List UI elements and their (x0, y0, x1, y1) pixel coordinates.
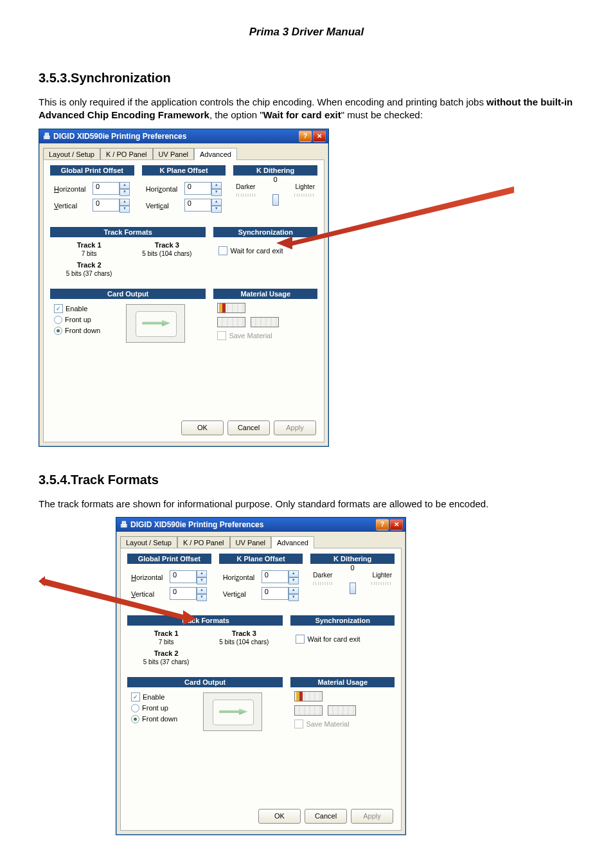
save-material-checkbox[interactable] (217, 331, 226, 340)
global-print-offset-group: Global Print Offset Horizontal 0▲▼ Verti… (127, 554, 211, 609)
front-down-radio[interactable] (54, 327, 62, 335)
track-formats-paragraph: The track formats are shown for informat… (39, 498, 574, 511)
front-up-radio[interactable] (54, 316, 62, 324)
synchronization-title: Synchronization (213, 227, 317, 237)
synchronization-title: Synchronization (290, 615, 395, 626)
ok-button[interactable]: OK (258, 809, 301, 824)
k-plane-offset-group: K Plane Offset Horizontal 0 ▲▼ Vertical (142, 165, 226, 221)
spin-up[interactable]: ▲ (211, 199, 222, 206)
darker-label: Darker (236, 183, 255, 190)
window-title: DIGID XID590ie Printing Preferences (53, 132, 186, 141)
material-usage-title: Material Usage (290, 677, 395, 687)
k-dithering-group: K Dithering 0 Darker Lighter |||||||||||… (310, 554, 395, 609)
save-material-label: Save Material (306, 720, 349, 728)
apply-button[interactable]: Apply (274, 420, 316, 435)
spin-down[interactable]: ▼ (120, 189, 130, 196)
track2-title: Track 2 (57, 261, 121, 269)
document-header: Prima 3 Driver Manual (39, 26, 574, 39)
front-up-radio[interactable] (131, 704, 139, 712)
spin-down[interactable]: ▼ (211, 189, 222, 196)
lighter-label: Lighter (295, 183, 315, 190)
spin-down[interactable]: ▼ (289, 577, 299, 584)
tab-k-po-panel[interactable]: K / PO Panel (177, 536, 230, 548)
kpo-horizontal-label: Horizontal (223, 574, 259, 581)
wait-for-card-exit-checkbox[interactable] (218, 246, 227, 255)
tab-k-po-panel[interactable]: K / PO Panel (100, 148, 153, 160)
card-output-title: Card Output (50, 289, 206, 299)
spin-up[interactable]: ▲ (289, 570, 299, 577)
spin-down[interactable]: ▼ (120, 206, 130, 213)
gpo-vertical-input[interactable]: 0 (170, 587, 197, 600)
k-dithering-title: K Dithering (310, 554, 395, 564)
spin-up[interactable]: ▲ (289, 587, 299, 594)
k-dithering-title: K Dithering (233, 165, 317, 176)
front-down-radio[interactable] (131, 715, 139, 723)
section-title: Synchronization (71, 71, 171, 85)
gpo-vertical-input[interactable]: 0 (93, 199, 120, 212)
save-material-checkbox[interactable] (294, 719, 303, 728)
section-num: 3.5.3. (39, 71, 71, 85)
kpo-horizontal-input[interactable]: 0 (184, 182, 211, 195)
section-num: 3.5.4. (39, 473, 71, 487)
spin-up[interactable]: ▲ (197, 570, 207, 577)
cancel-button[interactable]: Cancel (305, 809, 347, 824)
k-plane-offset-group: K Plane Offset Horizontal 0▲▼ Vertical 0… (219, 554, 303, 609)
cancel-button[interactable]: Cancel (227, 420, 270, 435)
global-print-offset-title: Global Print Offset (127, 554, 211, 564)
enable-checkbox[interactable] (54, 304, 63, 313)
kpo-horizontal-label: Horizontal (146, 185, 182, 193)
card-output-preview (203, 692, 262, 731)
kpo-vertical-input[interactable]: 0 (184, 199, 211, 212)
track2-title: Track 2 (134, 649, 199, 657)
gpo-vertical-label: Vertical (54, 202, 90, 210)
spin-down[interactable]: ▼ (197, 577, 207, 584)
wait-for-card-exit-label: Wait for card exit (230, 247, 283, 255)
k-dithering-group: K Dithering 0 Darker Lighter |||||||||||… (233, 165, 317, 221)
ok-button[interactable]: OK (181, 420, 224, 435)
help-button[interactable]: ? (376, 519, 389, 530)
spin-down[interactable]: ▼ (211, 206, 222, 213)
track-formats-group: Track Formats Track 1 7 bits Track 2 5 b… (50, 227, 206, 282)
track-formats-group: Track Formats Track 1 7 bits Track 2 5 b… (127, 615, 283, 671)
front-down-label: Front down (142, 715, 177, 723)
spin-down[interactable]: ▼ (197, 594, 207, 601)
spin-up[interactable]: ▲ (120, 199, 130, 206)
wait-for-card-exit-checkbox[interactable] (296, 635, 305, 644)
section-title: Track Formats (71, 473, 159, 487)
card-output-title: Card Output (127, 677, 283, 687)
spin-up[interactable]: ▲ (120, 182, 130, 189)
close-button[interactable]: ✕ (390, 519, 403, 530)
track1-title: Track 1 (134, 629, 199, 637)
spin-up[interactable]: ▲ (211, 182, 222, 189)
kpo-vertical-input[interactable]: 0 (262, 587, 289, 600)
kpo-horizontal-input[interactable]: 0 (262, 570, 289, 583)
track1-bits: 7 bits (57, 250, 121, 257)
preferences-dialog: 🖶 DIGID XID590ie Printing Preferences ? … (39, 129, 329, 447)
apply-button[interactable]: Apply (351, 809, 393, 824)
tab-layout-setup[interactable]: Layout / Setup (120, 536, 177, 548)
spin-up[interactable]: ▲ (197, 587, 207, 594)
tab-advanced[interactable]: Advanced (271, 536, 314, 548)
gpo-horizontal-input[interactable]: 0 (93, 182, 120, 195)
card-output-group: Card Output Enable Front up Front down (50, 289, 206, 348)
front-up-label: Front up (65, 316, 91, 323)
gpo-horizontal-input[interactable]: 0 (170, 570, 197, 583)
synchronization-paragraph: This is only required if the application… (39, 96, 574, 122)
tab-advanced[interactable]: Advanced (194, 148, 237, 160)
spin-down[interactable]: ▼ (289, 594, 299, 601)
enable-checkbox[interactable] (131, 692, 140, 701)
dither-slider[interactable]: |||||||||||||||||| (236, 193, 315, 207)
dither-slider[interactable]: |||||||||||||||||| (313, 581, 392, 595)
front-up-label: Front up (142, 704, 168, 712)
tab-uv-panel[interactable]: UV Panel (153, 148, 194, 160)
help-button[interactable]: ? (299, 131, 312, 142)
save-material-label: Save Material (229, 332, 272, 339)
global-print-offset-group: Global Print Offset Horizontal 0 ▲▼ Vert (50, 165, 134, 221)
track3-bits: 5 bits (104 chars) (211, 638, 276, 646)
tab-layout-setup[interactable]: Layout / Setup (43, 148, 100, 160)
gpo-horizontal-label: Horizontal (54, 185, 90, 193)
tab-uv-panel[interactable]: UV Panel (230, 536, 271, 548)
card-output-preview (126, 304, 185, 343)
close-button[interactable]: ✕ (313, 131, 326, 142)
track-formats-title: Track Formats (127, 615, 283, 626)
